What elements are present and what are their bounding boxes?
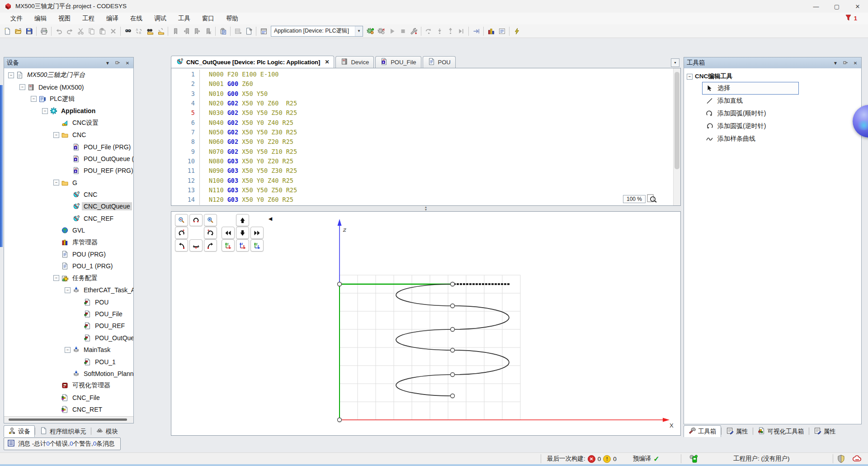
rotate-left-button[interactable]	[175, 227, 188, 239]
force-values-button[interactable]	[471, 26, 481, 36]
tree-horizontal-scrollbar[interactable]	[4, 416, 133, 423]
path-node-handle[interactable]	[451, 282, 455, 286]
view-tab-bricks[interactable]: 模块	[91, 425, 123, 437]
menu-item-1[interactable]: 文件	[5, 13, 28, 24]
open-project-button[interactable]	[13, 26, 23, 36]
gcode-line[interactable]: 12N100 G03 X50 Y0 Z40 R25	[171, 176, 680, 185]
tree-item-pou_1-prg-[interactable]: POU_1 (PRG)	[4, 260, 133, 272]
group-expander-icon[interactable]: −	[687, 74, 693, 80]
bookmark-next-button[interactable]	[192, 26, 202, 36]
gcode-line[interactable]: 7N050 G02 X50 Y50 Z30 R25	[171, 128, 680, 137]
view-yx-plane-button[interactable]: yx	[222, 239, 235, 252]
gcode-line[interactable]: 13N110 G03 X50 Y50 Z50 R25	[171, 185, 680, 195]
tree-expander-icon[interactable]: −	[42, 108, 48, 114]
view-tab-tools-tab[interactable]: 工具箱	[684, 425, 721, 437]
stop-button[interactable]	[398, 26, 408, 36]
tree-item-device-mx500-[interactable]: −Device (MX500)	[4, 81, 133, 93]
panel-menu-icon[interactable]: ▼	[832, 60, 839, 66]
path-node-handle[interactable]	[451, 348, 455, 352]
editor-tab-pou_file[interactable]: POU_File	[375, 56, 421, 68]
editor-tab-cnc_outqueue[interactable]: GCNC_OutQueue [Device: Plc Logic: Applic…	[171, 56, 334, 68]
tree-item-cnc[interactable]: GCNC	[4, 189, 133, 200]
menu-item-10[interactable]: 帮助	[220, 13, 244, 24]
tab-close-icon[interactable]: ✕	[325, 59, 329, 65]
close-icon[interactable]: ✕	[852, 60, 859, 66]
save-project-button[interactable]	[24, 26, 34, 36]
tree-item-pou_outqueue-prg-[interactable]: POU_OutQueue (PRG)	[4, 153, 133, 165]
path-node-handle[interactable]	[451, 328, 455, 332]
paste-special-button[interactable]	[218, 26, 228, 36]
tree-item-pou_file-prg-[interactable]: POU_File (PRG)	[4, 141, 133, 152]
pin-icon[interactable]	[842, 60, 849, 66]
tree-expander-icon[interactable]: −	[8, 72, 14, 79]
tree-expander-icon[interactable]: −	[53, 132, 60, 138]
logout-button[interactable]	[376, 26, 386, 36]
flow-control-button[interactable]	[512, 26, 522, 36]
close-icon[interactable]: ✕	[124, 60, 131, 66]
toolbox-item-arc-ccw-tool[interactable]: 添加圆弧(逆时针)	[702, 120, 861, 133]
zoom-selector-icon[interactable]	[647, 194, 657, 204]
tree-item-pou[interactable]: POU	[4, 296, 133, 308]
tree-item-gvl[interactable]: GVL	[4, 224, 133, 236]
editor-vertical-scrollbar[interactable]	[673, 68, 680, 205]
path-nodes[interactable]	[338, 282, 455, 422]
find-button[interactable]	[123, 26, 133, 36]
gcode-line[interactable]: 3N010 G00 X50 Y50	[171, 89, 680, 99]
arc-flip-button[interactable]	[189, 239, 203, 252]
tree-expander-icon[interactable]: −	[53, 275, 60, 281]
panel-menu-icon[interactable]: ▼	[104, 60, 111, 66]
tree-item-pou_ref-prg-[interactable]: POU_REF (PRG)	[4, 165, 133, 176]
toolbox-item-arc-cw-tool[interactable]: 添加圆弧(顺时针)	[702, 107, 861, 120]
gcode-line[interactable]: 11N090 G03 X50 Y50 Z30 R25	[171, 166, 680, 176]
bookmark-toggle-button[interactable]	[170, 26, 180, 36]
notification-area[interactable]: 1	[845, 14, 857, 23]
path-node-handle[interactable]	[451, 304, 455, 308]
gcode-line[interactable]: 10N080 G03 X50 Y0 Z20 R25	[171, 157, 680, 166]
tree-item-cnc[interactable]: −CNC	[4, 129, 133, 141]
toolbox-item-select-arrow[interactable]: 选择	[702, 82, 799, 95]
toolbox-item-line-tool[interactable]: 添加直线	[702, 95, 861, 107]
toolbox-group-header[interactable]: −CNC编辑工具	[687, 71, 861, 82]
close-button[interactable]: ✕	[847, 0, 868, 13]
bookmark-clear-button[interactable]	[203, 26, 213, 36]
tree-expander-icon[interactable]: −	[19, 84, 26, 90]
step-out-button[interactable]	[445, 26, 455, 36]
arc-cw-button[interactable]	[204, 239, 217, 252]
tree-item-pou-prg-[interactable]: POU (PRG)	[4, 248, 133, 260]
run-to-cursor-button[interactable]	[456, 26, 466, 36]
move-down-button[interactable]	[236, 227, 249, 239]
build-button[interactable]	[259, 26, 269, 36]
step-into-button[interactable]	[434, 26, 444, 36]
print-button[interactable]	[39, 26, 49, 36]
view-tab-vis-tab[interactable]: 可视化工具箱	[753, 425, 809, 437]
gcode-line[interactable]: 8N060 G02 X50 Y0 Z20 R25	[171, 137, 680, 147]
path-node-handle[interactable]	[451, 394, 455, 398]
gcode-line[interactable]: 14N120 G03 X50 Y0 Z60 R25	[171, 195, 680, 204]
editor-tab-pou[interactable]: POU	[423, 56, 456, 68]
tree-item--[interactable]: −任务配置	[4, 272, 133, 284]
editor-graph-splitter[interactable]: ▲▼	[171, 206, 681, 211]
tree-item-pou_outqueue[interactable]: POU_OutQueue	[4, 332, 133, 344]
tree-item-g[interactable]: −G	[4, 177, 133, 189]
tree-expander-icon[interactable]: −	[53, 179, 60, 186]
tree-expander-icon[interactable]: −	[64, 287, 71, 294]
step-over-button[interactable]	[424, 26, 434, 36]
maximize-button[interactable]: ▢	[826, 0, 847, 13]
undo-button[interactable]	[54, 26, 64, 36]
zoom-in-button[interactable]	[204, 214, 217, 226]
tree-expander-icon[interactable]: −	[30, 95, 37, 102]
path-node-handle[interactable]	[338, 282, 342, 286]
replace-button[interactable]: AB	[134, 26, 144, 36]
redo-button[interactable]	[65, 26, 75, 36]
move-right-button[interactable]	[250, 227, 264, 239]
move-up-button[interactable]	[236, 214, 249, 226]
export-page-button[interactable]	[244, 26, 254, 36]
tab-list-dropdown[interactable]: ▼	[671, 58, 679, 67]
gcode-line[interactable]: 6N040 G02 X50 Y0 Z40 R25	[171, 118, 680, 128]
tree-item-mx500-[interactable]: −MX500三轴龙门平台	[4, 69, 133, 81]
run-button[interactable]	[387, 26, 397, 36]
tree-item-cnc_outqueue[interactable]: GCNC_OutQueue	[4, 200, 133, 212]
view-yz-plane-button[interactable]: yz	[250, 239, 264, 252]
gcode-line[interactable]: 2N001 G00 Z60	[171, 79, 680, 89]
tree-item-maintask[interactable]: −MainTask	[4, 344, 133, 356]
